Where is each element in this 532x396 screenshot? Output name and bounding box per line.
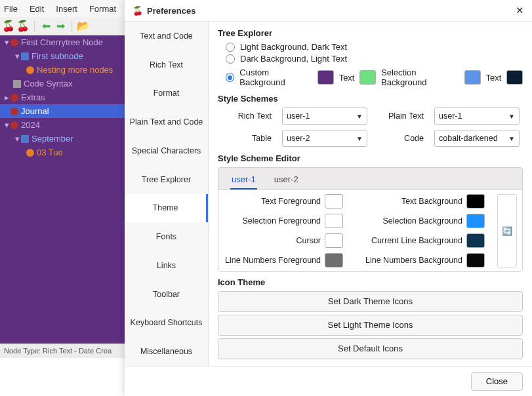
- tree-row[interactable]: ▾September: [0, 132, 125, 146]
- cherry-icon: [10, 121, 18, 129]
- node-icon: [21, 135, 29, 143]
- swatch-tree-bg[interactable]: [317, 70, 334, 85]
- heading-tree-explorer: Tree Explorer: [218, 28, 523, 38]
- menu-file[interactable]: File: [4, 4, 18, 14]
- separator: [34, 20, 35, 32]
- swatch-text-bg[interactable]: [466, 194, 485, 208]
- cat-fonts[interactable]: Fonts: [125, 222, 208, 251]
- tree-row[interactable]: Nesting more nodes: [0, 63, 125, 77]
- set-dark-icons-button[interactable]: Set Dark Theme Icons: [218, 291, 523, 312]
- tree-row-selected[interactable]: Journal: [0, 104, 125, 118]
- cat-format[interactable]: Format: [125, 79, 208, 108]
- menu-format[interactable]: Format: [89, 4, 116, 14]
- dropdown-rich-text[interactable]: user-1▼: [282, 108, 367, 125]
- label-ln-bg: Line Numbers Background: [351, 256, 462, 265]
- label-code: Code: [378, 134, 424, 143]
- cherry-red-icon[interactable]: 🍒: [3, 20, 14, 32]
- label-plain-text: Plain Text: [378, 111, 424, 121]
- tab-user-1[interactable]: user-1: [230, 172, 257, 189]
- cherry-yellow-icon[interactable]: 🍒: [17, 20, 29, 32]
- radio-custom-bg[interactable]: [226, 73, 234, 82]
- back-icon[interactable]: ⬅: [40, 20, 52, 32]
- code-icon: [13, 80, 21, 88]
- label-ln-fg: Line Numbers Foreground: [222, 256, 321, 265]
- swatch-tree-seltext[interactable]: [506, 70, 523, 85]
- label-sel-bg: Selection Background: [351, 216, 462, 226]
- label-sel-fg: Selection Foreground: [222, 216, 321, 226]
- cat-text-and-code[interactable]: Text and Code: [125, 22, 208, 50]
- label-rich-text: Rich Text: [226, 111, 272, 121]
- swatch-ln-bg[interactable]: [466, 253, 485, 267]
- category-list[interactable]: Text and Code Rich Text Format Plain Tex…: [125, 22, 209, 366]
- dialog-titlebar: 🍒Preferences ✕: [125, 0, 532, 21]
- swatch-tree-selbg[interactable]: [464, 70, 481, 85]
- heading-scheme-editor: Style Scheme Editor: [218, 153, 523, 163]
- node-icon: [26, 66, 34, 74]
- swatch-sel-fg[interactable]: [325, 214, 343, 228]
- cat-theme[interactable]: Theme: [125, 194, 208, 223]
- status-bar: Node Type: Rich Text - Date Crea: [0, 344, 125, 358]
- dropdown-plain-text[interactable]: user-1▼: [434, 108, 520, 125]
- tree-row[interactable]: ▾2024: [0, 118, 125, 132]
- tab-user-2[interactable]: user-2: [273, 172, 300, 189]
- set-light-icons-button[interactable]: Set Light Theme Icons: [218, 315, 523, 336]
- cat-keyboard-shortcuts[interactable]: Keyboard Shortcuts: [125, 309, 208, 338]
- menu-edit[interactable]: Edit: [30, 4, 44, 14]
- theme-pane: Tree Explorer Light Background, Dark Tex…: [209, 22, 532, 366]
- preferences-dialog: 🍒Preferences ✕ Text and Code Rich Text F…: [125, 0, 532, 396]
- cat-rich-text[interactable]: Rich Text: [125, 50, 208, 79]
- heading-icon-theme: Icon Theme: [218, 277, 523, 287]
- node-icon: [26, 149, 34, 157]
- cherry-icon: [10, 39, 18, 47]
- reset-scheme-button[interactable]: 🔄: [497, 194, 517, 267]
- cat-links[interactable]: Links: [125, 251, 208, 280]
- cat-special-chars[interactable]: Special Characters: [125, 136, 208, 165]
- close-button[interactable]: Close: [471, 372, 523, 391]
- chevron-down-icon: ▼: [356, 135, 363, 142]
- swatch-curline[interactable]: [466, 233, 485, 248]
- node-tree[interactable]: ▾First Cherrytree Node ▾First subnode Ne…: [0, 35, 125, 344]
- label-cursor: Cursor: [222, 236, 321, 245]
- tree-row[interactable]: ▾First Cherrytree Node: [0, 35, 125, 49]
- reset-icon: 🔄: [502, 226, 512, 236]
- heading-style-schemes: Style Schemes: [218, 94, 523, 104]
- radio-light-bg[interactable]: Light Background, Dark Text: [226, 42, 523, 52]
- radio-dark-bg[interactable]: Dark Background, Light Text: [226, 54, 523, 64]
- menu-insert[interactable]: Insert: [56, 4, 77, 14]
- tree-row[interactable]: Code Syntax: [0, 77, 125, 90]
- swatch-text-fg[interactable]: [325, 194, 343, 208]
- label-text-fg: Text Foreground: [222, 197, 321, 206]
- dialog-footer: Close: [125, 366, 532, 396]
- cat-miscellaneous[interactable]: Miscellaneous: [125, 337, 208, 366]
- label-curline: Current Line Background: [351, 236, 462, 245]
- cherry-icon: [10, 94, 18, 102]
- label-selection-bg: Selection Background: [381, 68, 459, 87]
- dropdown-code[interactable]: cobalt-darkened▼: [434, 130, 520, 147]
- chevron-down-icon: ▼: [356, 113, 363, 120]
- close-icon[interactable]: ✕: [516, 5, 524, 16]
- swatch-tree-text[interactable]: [359, 70, 376, 85]
- folder-open-icon[interactable]: 📂: [77, 20, 89, 32]
- set-default-icons-button[interactable]: Set Default Icons: [218, 338, 523, 359]
- label-text: Text: [339, 73, 355, 83]
- chevron-down-icon: ▼: [508, 135, 515, 142]
- cat-toolbar[interactable]: Toolbar: [125, 280, 208, 309]
- label-custom-bg: Custom Background: [239, 68, 312, 87]
- cat-tree-explorer[interactable]: Tree Explorer: [125, 165, 208, 194]
- tree-row[interactable]: ▸Extras: [0, 90, 125, 104]
- label-text-bg: Text Background: [351, 197, 462, 206]
- forward-icon[interactable]: ➡: [54, 20, 66, 32]
- separator: [72, 20, 72, 32]
- swatch-sel-bg[interactable]: [466, 214, 485, 228]
- tree-row[interactable]: 03 Tue: [0, 146, 125, 159]
- cat-plain-text-code[interactable]: Plain Text and Code: [125, 108, 208, 136]
- label-text2: Text: [486, 73, 502, 83]
- tree-row[interactable]: ▾First subnode: [0, 49, 125, 63]
- cherry-icon: 🍒: [133, 6, 143, 16]
- dropdown-table[interactable]: user-2▼: [282, 130, 367, 147]
- cherry-icon: [10, 108, 18, 115]
- node-icon: [21, 52, 29, 60]
- scheme-editor: user-1 user-2 Text Foreground Text Backg…: [218, 167, 523, 272]
- swatch-ln-fg[interactable]: [325, 253, 343, 267]
- swatch-cursor[interactable]: [325, 233, 343, 248]
